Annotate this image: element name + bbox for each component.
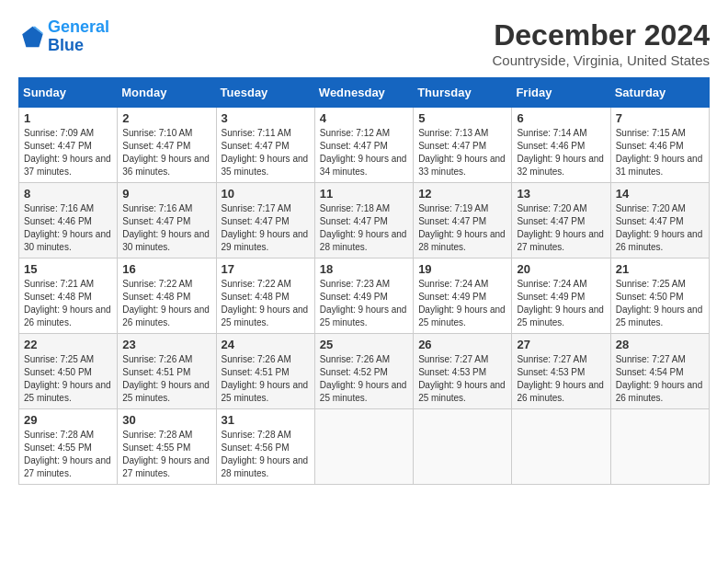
calendar-cell: 21Sunrise: 7:25 AMSunset: 4:50 PMDayligh… [610,259,709,334]
day-number: 17 [222,262,310,276]
calendar-cell: 6Sunrise: 7:14 AMSunset: 4:46 PMDaylight… [512,108,610,183]
day-number: 9 [122,187,210,201]
day-info: Sunrise: 7:14 AMSunset: 4:46 PMDaylight:… [517,127,605,178]
day-number: 12 [418,187,506,201]
calendar-cell: 19Sunrise: 7:24 AMSunset: 4:49 PMDayligh… [414,259,512,334]
calendar-cell: 27Sunrise: 7:27 AMSunset: 4:53 PMDayligh… [512,334,610,409]
day-info: Sunrise: 7:24 AMSunset: 4:49 PMDaylight:… [418,278,506,329]
day-info: Sunrise: 7:21 AMSunset: 4:48 PMDaylight:… [24,278,112,329]
day-number: 23 [122,338,210,351]
calendar-header-row: SundayMondayTuesdayWednesdayThursdayFrid… [19,78,710,108]
day-info: Sunrise: 7:27 AMSunset: 4:53 PMDaylight:… [418,353,506,405]
day-number: 31 [222,413,310,427]
day-info: Sunrise: 7:11 AMSunset: 4:47 PMDaylight:… [222,127,310,178]
calendar-cell: 15Sunrise: 7:21 AMSunset: 4:48 PMDayligh… [19,259,118,334]
calendar-cell [414,409,512,485]
col-header-wednesday: Wednesday [314,78,413,108]
calendar-cell: 1Sunrise: 7:09 AMSunset: 4:47 PMDaylight… [19,108,118,183]
day-info: Sunrise: 7:16 AMSunset: 4:47 PMDaylight:… [122,202,210,254]
calendar-cell: 30Sunrise: 7:28 AMSunset: 4:55 PMDayligh… [118,409,216,485]
calendar-week-row: 29Sunrise: 7:28 AMSunset: 4:55 PMDayligh… [19,409,710,485]
calendar-cell: 5Sunrise: 7:13 AMSunset: 4:47 PMDaylight… [414,108,512,183]
calendar-cell [610,409,709,485]
calendar-cell: 2Sunrise: 7:10 AMSunset: 4:47 PMDaylight… [118,108,216,183]
day-number: 6 [517,111,605,125]
day-number: 5 [418,111,506,125]
calendar-cell: 12Sunrise: 7:19 AMSunset: 4:47 PMDayligh… [414,183,512,259]
page-header: General Blue December 2024 Countryside, … [18,18,710,68]
day-info: Sunrise: 7:19 AMSunset: 4:47 PMDaylight:… [418,202,506,254]
day-info: Sunrise: 7:10 AMSunset: 4:47 PMDaylight:… [122,127,210,178]
day-info: Sunrise: 7:24 AMSunset: 4:49 PMDaylight:… [517,278,605,329]
calendar-cell: 16Sunrise: 7:22 AMSunset: 4:48 PMDayligh… [118,259,216,334]
day-number: 24 [222,338,310,351]
day-number: 19 [418,262,506,276]
day-info: Sunrise: 7:28 AMSunset: 4:55 PMDaylight:… [24,429,112,480]
calendar-cell: 14Sunrise: 7:20 AMSunset: 4:47 PMDayligh… [610,183,709,259]
day-number: 2 [122,111,210,125]
col-header-sunday: Sunday [19,78,118,108]
day-number: 3 [222,111,310,125]
day-number: 15 [24,262,112,276]
calendar-cell: 13Sunrise: 7:20 AMSunset: 4:47 PMDayligh… [512,183,610,259]
day-number: 29 [24,413,112,427]
day-info: Sunrise: 7:22 AMSunset: 4:48 PMDaylight:… [222,278,310,329]
calendar-cell [512,409,610,485]
calendar-cell [314,409,413,485]
col-header-monday: Monday [118,78,216,108]
day-info: Sunrise: 7:18 AMSunset: 4:47 PMDaylight:… [320,202,408,254]
day-number: 21 [616,262,704,276]
calendar-cell: 4Sunrise: 7:12 AMSunset: 4:47 PMDaylight… [314,108,413,183]
day-info: Sunrise: 7:25 AMSunset: 4:50 PMDaylight:… [24,353,112,405]
day-number: 13 [517,187,605,201]
logo: General Blue [18,18,109,55]
day-info: Sunrise: 7:23 AMSunset: 4:49 PMDaylight:… [320,278,408,329]
calendar-week-row: 15Sunrise: 7:21 AMSunset: 4:48 PMDayligh… [19,259,710,334]
day-number: 10 [222,187,310,201]
day-info: Sunrise: 7:09 AMSunset: 4:47 PMDaylight:… [24,127,112,178]
calendar-cell: 11Sunrise: 7:18 AMSunset: 4:47 PMDayligh… [314,183,413,259]
day-number: 26 [418,338,506,351]
calendar-cell: 31Sunrise: 7:28 AMSunset: 4:56 PMDayligh… [216,409,314,485]
day-info: Sunrise: 7:20 AMSunset: 4:47 PMDaylight:… [517,202,605,254]
day-info: Sunrise: 7:17 AMSunset: 4:47 PMDaylight:… [222,202,310,254]
calendar-week-row: 1Sunrise: 7:09 AMSunset: 4:47 PMDaylight… [19,108,710,183]
day-number: 20 [517,262,605,276]
day-number: 8 [24,187,112,201]
calendar-cell: 25Sunrise: 7:26 AMSunset: 4:52 PMDayligh… [314,334,413,409]
col-header-thursday: Thursday [414,78,512,108]
calendar-cell: 17Sunrise: 7:22 AMSunset: 4:48 PMDayligh… [216,259,314,334]
day-number: 7 [616,111,704,125]
col-header-friday: Friday [512,78,610,108]
day-info: Sunrise: 7:26 AMSunset: 4:51 PMDaylight:… [222,353,310,405]
logo-line2: Blue [48,36,84,54]
day-number: 16 [122,262,210,276]
calendar-cell: 23Sunrise: 7:26 AMSunset: 4:51 PMDayligh… [118,334,216,409]
day-info: Sunrise: 7:13 AMSunset: 4:47 PMDaylight:… [418,127,506,178]
day-info: Sunrise: 7:27 AMSunset: 4:54 PMDaylight:… [616,353,704,405]
calendar-cell: 9Sunrise: 7:16 AMSunset: 4:47 PMDaylight… [118,183,216,259]
day-number: 11 [320,187,408,201]
day-number: 18 [320,262,408,276]
col-header-saturday: Saturday [610,78,709,108]
calendar-cell: 18Sunrise: 7:23 AMSunset: 4:49 PMDayligh… [314,259,413,334]
day-info: Sunrise: 7:16 AMSunset: 4:46 PMDaylight:… [24,202,112,254]
day-number: 1 [24,111,112,125]
calendar-cell: 26Sunrise: 7:27 AMSunset: 4:53 PMDayligh… [414,334,512,409]
day-number: 27 [517,338,605,351]
day-info: Sunrise: 7:28 AMSunset: 4:55 PMDaylight:… [122,429,210,480]
calendar-cell: 20Sunrise: 7:24 AMSunset: 4:49 PMDayligh… [512,259,610,334]
calendar-week-row: 8Sunrise: 7:16 AMSunset: 4:46 PMDaylight… [19,183,710,259]
calendar-table: SundayMondayTuesdayWednesdayThursdayFrid… [18,77,710,485]
day-info: Sunrise: 7:20 AMSunset: 4:47 PMDaylight:… [616,202,704,254]
location-subtitle: Countryside, Virginia, United States [492,52,710,68]
day-info: Sunrise: 7:28 AMSunset: 4:56 PMDaylight:… [222,429,310,480]
logo-icon [18,24,44,50]
title-section: December 2024 Countryside, Virginia, Uni… [492,18,710,68]
calendar-cell: 28Sunrise: 7:27 AMSunset: 4:54 PMDayligh… [610,334,709,409]
day-number: 30 [122,413,210,427]
day-info: Sunrise: 7:22 AMSunset: 4:48 PMDaylight:… [122,278,210,329]
svg-marker-0 [22,27,42,47]
col-header-tuesday: Tuesday [216,78,314,108]
day-info: Sunrise: 7:27 AMSunset: 4:53 PMDaylight:… [517,353,605,405]
